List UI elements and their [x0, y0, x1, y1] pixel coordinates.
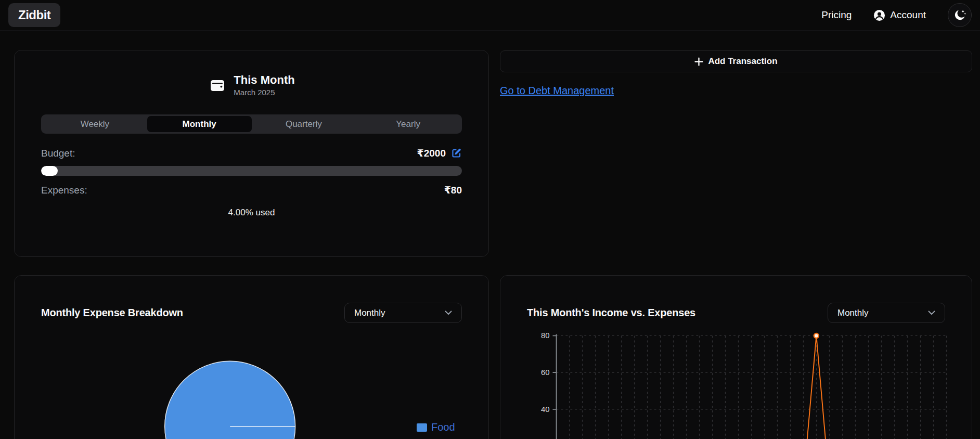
theme-toggle-button[interactable] — [948, 3, 972, 27]
expense-breakdown-card: Monthly Expense Breakdown Monthly Food — [14, 275, 489, 439]
income-period-value: Monthly — [837, 308, 869, 318]
edit-budget-icon[interactable] — [451, 148, 462, 159]
debt-management-link[interactable]: Go to Debt Management — [500, 85, 614, 97]
legend-swatch — [417, 423, 427, 432]
card-subtitle: March 2025 — [234, 88, 294, 97]
moon-icon — [953, 8, 966, 22]
percent-used-text: 4.00% used — [41, 208, 462, 218]
svg-text:60: 60 — [541, 368, 550, 377]
budget-progress-bar — [41, 166, 462, 176]
svg-text:80: 80 — [541, 331, 550, 340]
expenses-label: Expenses: — [41, 185, 87, 196]
income-period-select[interactable]: Monthly — [828, 303, 945, 323]
budget-progress-fill — [41, 166, 58, 176]
navbar: Zidbit Pricing Account — [0, 0, 980, 31]
legend-label: Food — [431, 421, 455, 433]
tab-yearly[interactable]: Yearly — [356, 116, 460, 132]
expenses-row: Expenses: ₹80 — [41, 184, 462, 196]
add-transaction-button[interactable]: Add Transaction — [500, 50, 972, 72]
legend-item-food[interactable]: Food — [417, 421, 455, 433]
income-expense-line-chart: 806040 — [500, 276, 972, 439]
budget-label: Budget: — [41, 148, 75, 159]
budget-summary-card: This Month March 2025 WeeklyMonthlyQuart… — [14, 50, 489, 257]
nav-link-pricing[interactable]: Pricing — [821, 9, 852, 21]
period-tabs: WeeklyMonthlyQuarterlyYearly — [41, 114, 462, 134]
budget-amount: ₹2000 — [417, 147, 446, 159]
budget-value: ₹2000 — [417, 147, 462, 159]
navbar-right: Pricing Account — [821, 3, 972, 27]
add-transaction-label: Add Transaction — [708, 56, 777, 67]
wallet-icon — [208, 76, 227, 95]
chevron-down-icon — [445, 311, 452, 315]
expense-card-title: Monthly Expense Breakdown — [41, 307, 183, 319]
pie-legend: Food — [417, 421, 455, 433]
card-title: This Month — [234, 73, 294, 86]
budget-row: Budget: ₹2000 — [41, 147, 462, 159]
brand-logo[interactable]: Zidbit — [8, 3, 60, 27]
plus-icon — [694, 57, 703, 66]
budget-card-heading: This Month March 2025 — [234, 73, 294, 97]
account-label: Account — [890, 9, 926, 21]
account-icon — [873, 9, 885, 21]
expense-period-select[interactable]: Monthly — [344, 303, 462, 323]
expense-period-value: Monthly — [354, 308, 385, 318]
tab-weekly[interactable]: Weekly — [43, 116, 147, 132]
tab-quarterly[interactable]: Quarterly — [252, 116, 356, 132]
expense-card-header: Monthly Expense Breakdown Monthly — [41, 303, 462, 323]
svg-text:40: 40 — [541, 405, 550, 414]
chevron-down-icon — [928, 311, 935, 315]
income-card-title: This Month's Income vs. Expenses — [527, 307, 695, 319]
income-expense-card: This Month's Income vs. Expenses Monthly… — [500, 275, 972, 439]
expense-pie-chart — [15, 276, 488, 439]
income-card-header: This Month's Income vs. Expenses Monthly — [527, 303, 945, 323]
budget-card-header: This Month March 2025 — [41, 73, 462, 97]
tab-monthly[interactable]: Monthly — [147, 116, 252, 132]
expenses-value: ₹80 — [444, 184, 462, 196]
nav-account[interactable]: Account — [873, 9, 926, 21]
